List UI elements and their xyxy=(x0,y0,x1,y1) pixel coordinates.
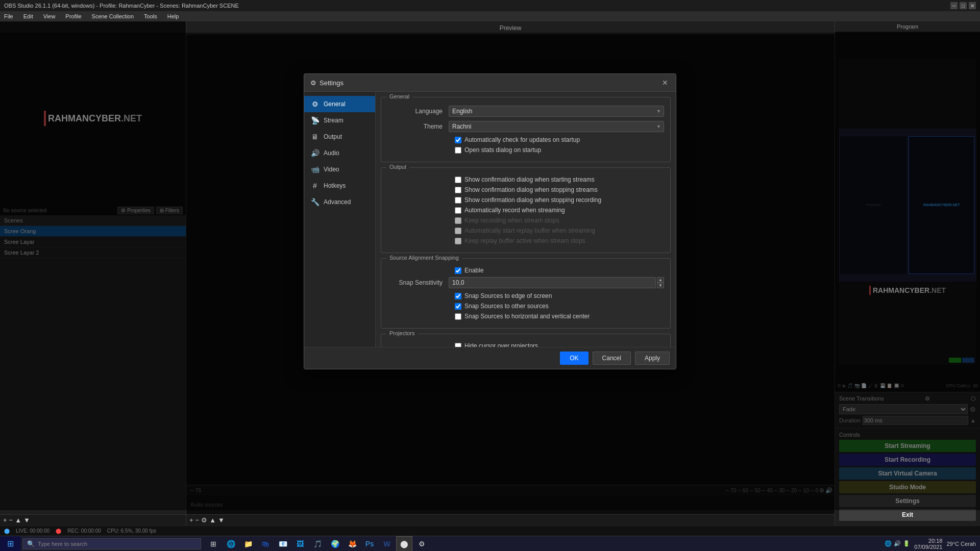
nav-general[interactable]: ⚙ General xyxy=(304,96,375,112)
menu-view[interactable]: View xyxy=(41,13,58,19)
snap-edge-checkbox[interactable] xyxy=(455,293,461,299)
word-icon[interactable]: W xyxy=(379,536,395,552)
confirm-stop-stream-checkbox[interactable] xyxy=(455,187,461,193)
remove-source-button[interactable]: − xyxy=(195,516,200,524)
nav-hotkeys[interactable]: # Hotkeys xyxy=(304,178,375,194)
nav-video[interactable]: 📹 Video xyxy=(304,161,375,178)
confirm-stop-rec-row: Show confirmation dialog when stopping r… xyxy=(455,196,664,204)
video-icon: 📹 xyxy=(310,165,320,173)
minimize-button[interactable]: ─ xyxy=(950,2,958,9)
snap-center-checkbox[interactable] xyxy=(455,313,461,320)
menu-edit[interactable]: Edit xyxy=(21,13,35,19)
hide-cursor-label: Hide cursor over projectors xyxy=(464,342,538,347)
snap-sensitivity-label: Snap Sensitivity xyxy=(387,279,449,286)
auto-replay-checkbox xyxy=(455,228,461,234)
edge-icon[interactable]: 🌐 xyxy=(223,536,239,552)
weather-display: 29°C Cerah xyxy=(946,541,976,547)
ok-button[interactable]: OK xyxy=(560,352,588,365)
dialog-title-bar: ⚙ Settings ✕ xyxy=(304,74,676,92)
status-bar: ⬤ LIVE: 00:00:00 ⬤ REC: 00:00:00 CPU: 6.… xyxy=(0,525,980,536)
cpu-status: CPU: 6.5%, 30.00 fps xyxy=(107,528,156,534)
output-section: Output Show confirmation dialog when sta… xyxy=(381,167,671,253)
auto-record-row: Automatically record when streaming xyxy=(455,207,664,214)
menu-tools[interactable]: Tools xyxy=(142,13,159,19)
auto-update-checkbox[interactable] xyxy=(455,137,461,143)
confirm-stop-stream-row: Show confirmation dialog when stopping s… xyxy=(455,186,664,193)
live-status: LIVE: 00:00:00 xyxy=(16,528,50,534)
auto-record-checkbox[interactable] xyxy=(455,207,461,214)
advanced-icon: 🔧 xyxy=(310,198,320,206)
taskbar-search-box[interactable]: 🔍 Type here to search xyxy=(22,538,201,549)
store-icon[interactable]: 🛍 xyxy=(257,536,274,552)
menu-file[interactable]: File xyxy=(2,13,15,19)
theme-select[interactable]: Rachni Default xyxy=(449,121,664,132)
photos-icon[interactable]: 🖼 xyxy=(292,536,308,552)
snap-sensitivity-down[interactable]: ▼ xyxy=(657,283,664,288)
snap-enable-checkbox[interactable] xyxy=(455,267,461,274)
general-section-label: General xyxy=(386,93,412,99)
dialog-title: ⚙ Settings xyxy=(310,79,344,87)
explorer-icon[interactable]: 📁 xyxy=(240,536,256,552)
mail-icon[interactable]: 📧 xyxy=(275,536,291,552)
language-select[interactable]: English xyxy=(449,106,664,117)
exit-button[interactable]: Exit xyxy=(839,509,976,521)
snap-enable-row: Enable xyxy=(455,267,664,274)
date-display: 07/09/2021 xyxy=(914,544,942,550)
nav-stream[interactable]: 📡 Stream xyxy=(304,112,375,129)
nav-audio[interactable]: 🔊 Audio xyxy=(304,145,375,161)
start-button[interactable]: ⊞ xyxy=(0,536,20,552)
scene-down-button[interactable]: ▼ xyxy=(23,516,30,524)
apply-button[interactable]: Apply xyxy=(635,352,670,365)
dialog-close-button[interactable]: ✕ xyxy=(660,78,670,87)
snap-center-row: Snap Sources to horizontal and vertical … xyxy=(455,313,664,320)
maximize-button[interactable]: □ xyxy=(960,2,967,9)
nav-output[interactable]: 🖥 Output xyxy=(304,129,375,145)
source-up-button[interactable]: ▲ xyxy=(209,516,216,524)
keep-replay-checkbox xyxy=(455,238,461,244)
firefox-icon[interactable]: 🦊 xyxy=(344,536,360,552)
search-placeholder: Type here to search xyxy=(38,541,87,547)
nav-advanced[interactable]: 🔧 Advanced xyxy=(304,194,375,210)
general-section: General Language English xyxy=(381,97,671,162)
settings-taskbar-icon[interactable]: ⚙ xyxy=(413,536,430,552)
source-down-button[interactable]: ▼ xyxy=(218,516,225,524)
confirm-stop-rec-checkbox[interactable] xyxy=(455,197,461,204)
menu-scene-collection[interactable]: Scene Collection xyxy=(90,13,136,19)
rec-indicator: ⬤ xyxy=(56,528,61,534)
close-button[interactable]: ✕ xyxy=(969,2,976,9)
battery-icon: 🔋 xyxy=(903,540,910,547)
photoshop-icon[interactable]: Ps xyxy=(361,536,378,552)
open-stats-row: Open stats dialog on startup xyxy=(455,146,664,154)
search-icon: 🔍 xyxy=(27,540,35,547)
theme-label: Theme xyxy=(387,123,449,130)
open-stats-checkbox[interactable] xyxy=(455,147,461,154)
menu-profile[interactable]: Profile xyxy=(63,13,83,19)
snap-sensitivity-up[interactable]: ▲ xyxy=(657,277,664,283)
keep-recording-checkbox xyxy=(455,217,461,224)
add-scene-button[interactable]: + xyxy=(3,516,7,524)
add-source-button[interactable]: + xyxy=(189,516,193,524)
snap-other-checkbox[interactable] xyxy=(455,303,461,310)
projectors-section: Projectors Hide cursor over projectors M… xyxy=(381,334,671,347)
chrome-icon[interactable]: 🌍 xyxy=(327,536,343,552)
settings-dialog: ⚙ Settings ✕ ⚙ General 📡 Stream xyxy=(304,73,676,369)
confirm-start-stream-label: Show confirmation dialog when starting s… xyxy=(464,176,595,183)
snap-sensitivity-input[interactable] xyxy=(449,277,656,288)
language-select-wrap: English xyxy=(449,106,664,117)
settings-sidebar: ⚙ General 📡 Stream 🖥 Output 🔊 Audio xyxy=(304,92,376,347)
remove-scene-button[interactable]: − xyxy=(9,516,13,524)
title-bar: OBS Studio 26.1.1 (64-bit, windows) - Pr… xyxy=(0,0,980,11)
menu-help[interactable]: Help xyxy=(165,13,181,19)
cancel-button[interactable]: Cancel xyxy=(593,352,631,365)
scene-up-button[interactable]: ▲ xyxy=(15,516,21,524)
snap-other-row: Snap Sources to other sources xyxy=(455,303,664,310)
hide-cursor-row: Hide cursor over projectors xyxy=(455,342,664,347)
confirm-start-stream-checkbox[interactable] xyxy=(455,177,461,183)
source-settings-button[interactable]: ⚙ xyxy=(201,516,207,524)
spotify-icon[interactable]: 🎵 xyxy=(309,536,326,552)
task-view-button[interactable]: ⊞ xyxy=(205,536,222,552)
obs-taskbar-icon[interactable]: ⬤ xyxy=(396,536,412,552)
hide-cursor-checkbox[interactable] xyxy=(455,343,461,347)
auto-update-label: Automatically check for updates on start… xyxy=(464,136,580,143)
snapping-section: Source Alignment Snapping Enable Snap Se… xyxy=(381,258,671,329)
